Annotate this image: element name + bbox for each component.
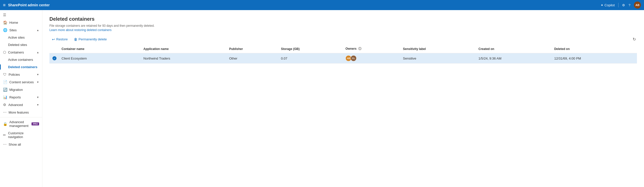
th-storage: Storage (GB) <box>278 45 342 53</box>
avatar[interactable]: AB <box>634 2 641 9</box>
th-container-name: Container name <box>58 45 140 53</box>
sites-icon: 🌐 <box>3 28 7 32</box>
main-layout: ☰ 🏠 Home 🌐 Sites ▲ Active sites Deleted … <box>0 10 644 187</box>
sidebar-item-policies[interactable]: 🛡 Policies ▼ <box>0 71 42 78</box>
sidebar-containers-label: Containers <box>8 50 35 54</box>
table-body: ✓Client EcosystemNorthwind TradersOther0… <box>49 53 637 64</box>
sidebar-advanced-management-label: Advanced management <box>9 120 28 128</box>
sidebar-item-content-services[interactable]: 📄 Content services ▼ <box>0 78 42 86</box>
row-created-on: 1/5/24, 9:36 AM <box>476 53 551 64</box>
row-container-name: Client Ecosystem <box>58 53 140 64</box>
topbar: ⊞ SharePoint admin center ✦ Copilot ⚙ ? … <box>0 0 644 10</box>
refresh-icon: ↻ <box>633 37 636 41</box>
row-deleted-on: 12/31/69, 4:00 PM <box>551 53 637 64</box>
sidebar-migration-label: Migration <box>9 88 39 92</box>
table-header: Container name Application name Publishe… <box>49 45 637 53</box>
content-services-chevron-icon: ▼ <box>37 81 39 84</box>
refresh-button[interactable]: ↻ <box>632 36 637 43</box>
sidebar-hamburger[interactable]: ☰ <box>0 11 42 19</box>
sidebar-item-show-all[interactable]: ⋯ Show all <box>0 141 42 148</box>
hamburger-icon: ☰ <box>3 13 6 17</box>
sidebar-show-all-label: Show all <box>9 143 39 146</box>
policies-icon: 🛡 <box>3 72 7 76</box>
reports-chevron-icon: ▼ <box>37 96 39 99</box>
more-features-icon: ⋯ <box>3 110 7 114</box>
help-button[interactable]: ? <box>629 3 630 7</box>
restore-button[interactable]: ↩ Restore <box>49 36 70 43</box>
main-content: Deleted containers File storage containe… <box>42 10 644 187</box>
row-checkbox[interactable]: ✓ <box>49 53 58 64</box>
sidebar-divider <box>0 117 42 117</box>
th-deleted-on: Deleted on <box>551 45 637 53</box>
owners-info-icon[interactable]: ⓘ <box>358 47 361 50</box>
sidebar-item-advanced-management[interactable]: 🔒 Advanced management PRO <box>0 118 42 129</box>
delete-icon: 🗑 <box>74 37 77 41</box>
sidebar-policies-label: Policies <box>9 73 35 76</box>
th-owners: Owners ⓘ <box>342 45 400 53</box>
advanced-icon: ⚙ <box>3 103 6 107</box>
table-row[interactable]: ✓Client EcosystemNorthwind TradersOther0… <box>49 53 637 64</box>
advanced-management-icon: 🔒 <box>3 122 7 126</box>
sites-chevron-icon: ▲ <box>37 29 39 32</box>
sidebar-item-customize-navigation[interactable]: ✏ Customize navigation <box>0 129 42 141</box>
sidebar-home-label: Home <box>9 21 39 24</box>
th-application-name: Application name <box>140 45 226 53</box>
sidebar-sites-label: Sites <box>9 28 35 32</box>
sidebar-reports-label: Reports <box>9 95 35 99</box>
sidebar-item-active-containers[interactable]: Active containers <box>0 56 42 63</box>
th-check <box>49 45 58 53</box>
restore-icon: ↩ <box>52 37 55 41</box>
app-title: SharePoint admin center <box>8 3 50 7</box>
sidebar-deleted-sites-label: Deleted sites <box>8 43 39 47</box>
learn-more-link[interactable]: Learn more about restoring deleted conta… <box>49 28 111 32</box>
sidebar-customize-nav-label: Customize navigation <box>8 131 39 139</box>
sidebar-item-deleted-sites[interactable]: Deleted sites <box>0 41 42 48</box>
advanced-chevron-icon: ▼ <box>37 103 39 106</box>
sidebar-item-deleted-containers[interactable]: Deleted containers <box>0 63 42 71</box>
th-sensitivity-label: Sensitivity label <box>400 45 475 53</box>
pro-badge: PRO <box>32 122 39 125</box>
sidebar-item-active-sites[interactable]: Active sites <box>0 34 42 41</box>
sidebar-item-more-features[interactable]: ⋯ More features <box>0 109 42 116</box>
sidebar-item-migration[interactable]: 🔄 Migration <box>0 86 42 93</box>
sidebar-content-services-label: Content services <box>9 80 35 84</box>
page-title: Deleted containers <box>49 16 637 22</box>
reports-icon: 📊 <box>3 95 7 99</box>
migration-icon: 🔄 <box>3 88 7 92</box>
containers-icon: ⬡ <box>3 50 6 54</box>
row-publisher: Other <box>226 53 278 64</box>
th-created-on: Created on <box>476 45 551 53</box>
topbar-left: ⊞ SharePoint admin center <box>3 3 50 7</box>
row-application-name: Northwind Traders <box>140 53 226 64</box>
sidebar: ☰ 🏠 Home 🌐 Sites ▲ Active sites Deleted … <box>0 10 42 187</box>
sidebar-more-features-label: More features <box>9 111 39 114</box>
waffle-icon[interactable]: ⊞ <box>3 3 6 7</box>
owner-avatar: CL <box>350 55 357 61</box>
containers-table: Container name Application name Publishe… <box>49 45 637 64</box>
th-publisher: Publisher <box>226 45 278 53</box>
toolbar: ↩ Restore 🗑 Permanently delete ↻ <box>49 36 637 43</box>
policies-chevron-icon: ▼ <box>37 73 39 76</box>
home-icon: 🏠 <box>3 20 7 24</box>
sidebar-item-reports[interactable]: 📊 Reports ▼ <box>0 93 42 101</box>
table-header-row: Container name Application name Publishe… <box>49 45 637 53</box>
sidebar-item-home[interactable]: 🏠 Home <box>0 19 42 26</box>
sidebar-item-sites[interactable]: 🌐 Sites ▲ <box>0 26 42 34</box>
sidebar-active-containers-label: Active containers <box>8 58 39 62</box>
sidebar-item-advanced[interactable]: ⚙ Advanced ▼ <box>0 101 42 109</box>
copilot-icon: ✦ <box>601 3 603 7</box>
sidebar-section-main: ☰ 🏠 Home 🌐 Sites ▲ Active sites Deleted … <box>0 10 42 149</box>
row-sensitivity-label: Sensitive <box>400 53 475 64</box>
sidebar-active-sites-label: Active sites <box>8 36 39 39</box>
page-description: File storage containers are retained for… <box>49 24 637 28</box>
permanently-delete-button[interactable]: 🗑 Permanently delete <box>71 36 109 43</box>
containers-chevron-icon: ▲ <box>37 51 39 54</box>
content-services-icon: 📄 <box>3 80 7 84</box>
settings-button[interactable]: ⚙ <box>622 3 625 7</box>
topbar-right: ✦ Copilot ⚙ ? AB <box>601 2 641 9</box>
sidebar-item-containers[interactable]: ⬡ Containers ▲ <box>0 48 42 56</box>
copilot-button[interactable]: ✦ Copilot <box>601 3 614 7</box>
show-all-icon: ⋯ <box>3 142 7 146</box>
customize-nav-icon: ✏ <box>3 133 6 137</box>
checkbox-checked: ✓ <box>52 56 56 60</box>
